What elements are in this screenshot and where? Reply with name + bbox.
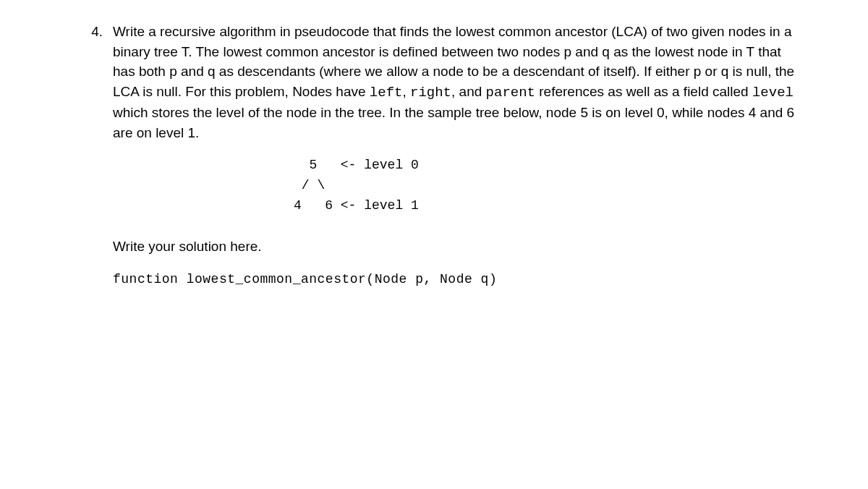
- code-left: left: [370, 85, 403, 101]
- function-signature: function lowest_common_ancestor(Node p, …: [113, 270, 796, 289]
- question-number: 4.: [87, 22, 103, 289]
- text-segment: ,: [402, 84, 410, 99]
- tree-diagram: 5 <- level 0 / \ 4 6 <- level 1: [294, 156, 796, 216]
- code-parent: parent: [486, 85, 535, 101]
- text-segment: references as well as a field called: [535, 84, 752, 99]
- question-block: 4. Write a recursive algorithm in pseudo…: [87, 22, 796, 289]
- code-right: right: [410, 85, 451, 101]
- solution-prompt: Write your solution here.: [113, 237, 796, 257]
- text-segment: which stores the level of the node in th…: [113, 105, 794, 140]
- question-text: Write a recursive algorithm in pseudocod…: [113, 22, 796, 143]
- question-body: Write a recursive algorithm in pseudocod…: [113, 22, 796, 289]
- text-segment: , and: [451, 84, 486, 99]
- code-level: level: [752, 85, 793, 101]
